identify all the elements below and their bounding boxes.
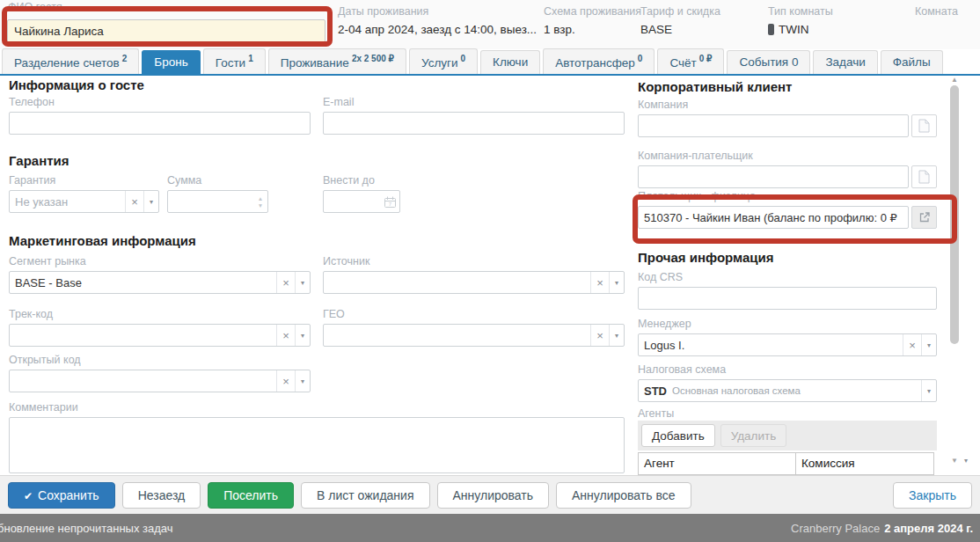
vertical-scrollbar[interactable]: ▲ ▼ (949, 76, 961, 472)
segment-group: Сегмент рынка BASE - Base × ▾ (9, 255, 311, 294)
tariff-label: Тариф и скидка (640, 5, 720, 18)
tab-label: Гости (216, 55, 245, 69)
chevron-down-icon[interactable]: ▾ (295, 325, 310, 346)
company-profile-button[interactable] (911, 114, 937, 137)
tab-label: Ключи (493, 55, 528, 69)
clear-icon[interactable]: × (590, 325, 609, 346)
check-in-button[interactable]: Поселить (208, 482, 294, 509)
source-label: Источник (323, 255, 625, 267)
payer-company-group: Компания-плательщик (638, 150, 937, 188)
email-input[interactable] (323, 112, 625, 135)
tab-badge: 0 ₽ (699, 54, 713, 63)
check-icon: ✔ (24, 490, 33, 502)
comments-textarea[interactable] (9, 417, 625, 473)
dates-label: Даты проживания (338, 5, 537, 18)
chevron-down-icon[interactable]: ▾ (964, 457, 968, 465)
calendar-icon[interactable]: 7 (380, 191, 399, 212)
open-code-label: Открытый код (9, 354, 311, 366)
tab-keys[interactable]: Ключи (480, 50, 540, 74)
room-type-label: Тип комнаты (768, 5, 833, 18)
amount-value (168, 191, 253, 212)
document-icon (918, 170, 930, 184)
chevron-down-icon[interactable]: ▾ (295, 272, 310, 293)
section-guest-info: Информация о госте (9, 77, 144, 92)
stepper-arrows-icon[interactable]: ▲ ▼ (253, 191, 267, 212)
email-label: E-mail (323, 96, 625, 108)
chevron-down-icon[interactable]: ▾ (609, 272, 624, 293)
current-date: 2 апреля 2024 г. (884, 522, 973, 535)
save-button[interactable]: ✔Сохранить (8, 482, 115, 509)
track-code-select[interactable]: × ▾ (9, 324, 311, 347)
step-down-icon[interactable]: ▼ (258, 202, 263, 209)
tab-files[interactable]: Файлы (881, 50, 943, 74)
no-show-button[interactable]: Незаезд (122, 482, 201, 509)
annotation-highlight-payer (633, 194, 957, 244)
cancel-all-button[interactable]: Аннулировать все (556, 482, 691, 509)
tab-label: Разделение счетов (14, 55, 120, 69)
section-guarantee: Гарантия (9, 153, 69, 168)
tab-badge: 1 (248, 54, 253, 63)
geo-group: ГЕО × ▾ (323, 308, 625, 347)
email-group: E-mail (323, 96, 625, 135)
clear-icon[interactable]: × (903, 334, 921, 355)
chevron-down-icon[interactable]: ▾ (609, 325, 624, 346)
track-code-label: Трек-код (9, 308, 311, 320)
source-select[interactable]: × ▾ (323, 271, 625, 294)
clear-icon[interactable]: × (590, 272, 609, 293)
tab-label: Бронь (154, 55, 187, 69)
crs-input[interactable] (638, 287, 937, 310)
tax-scheme-select[interactable]: STD Основная налоговая схема ▾ (638, 379, 937, 402)
clear-icon[interactable]: × (276, 272, 295, 293)
source-group: Источник × ▾ (323, 255, 625, 294)
payer-company-label: Компания-плательщик (638, 150, 937, 162)
scroll-up-icon[interactable]: ▲ (951, 76, 958, 84)
section-marketing: Маркетинговая информация (9, 233, 196, 248)
open-code-select[interactable]: × ▾ (9, 370, 311, 392)
tab-stay[interactable]: Проживание2x 2 500 ₽ (268, 48, 406, 75)
tab-label: Услуги (421, 55, 458, 69)
chevron-down-icon[interactable]: ▾ (921, 380, 936, 401)
section-corporate: Корпоративный клиент (638, 79, 792, 94)
agents-column-agent: Агент (638, 452, 796, 475)
scroll-down-icon[interactable]: ▼ (951, 457, 958, 465)
guarantee-select[interactable]: Не указан × ▾ (9, 190, 159, 213)
tab-split-accounts[interactable]: Разделение счетов2 (2, 48, 139, 75)
payer-company-profile-button[interactable] (911, 165, 937, 188)
comments-label: Комментарии (9, 401, 625, 414)
manager-group: Менеджер Logus I. × ▾ (638, 318, 937, 356)
delete-agent-button[interactable]: Удалить (720, 424, 787, 447)
step-up-icon[interactable]: ▲ (258, 195, 263, 201)
tab-events[interactable]: События 0 (727, 50, 810, 74)
clear-icon[interactable]: × (276, 370, 295, 392)
tab-booking[interactable]: Бронь (142, 50, 200, 74)
manager-select[interactable]: Logus I. × ▾ (638, 333, 937, 356)
phone-label: Телефон (9, 96, 311, 108)
chevron-down-icon[interactable]: ▾ (921, 334, 936, 355)
agents-column-commission: Комиссия (796, 452, 934, 475)
tax-scheme-code: STD (644, 385, 667, 398)
tab-transfer[interactable]: Автотрансфер0 (543, 48, 655, 75)
segment-select[interactable]: BASE - Base × ▾ (9, 271, 311, 294)
close-button[interactable]: Закрыть (893, 482, 972, 509)
tab-invoice[interactable]: Счёт0 ₽ (657, 48, 724, 75)
phone-group: Телефон (9, 96, 311, 135)
payer-company-input[interactable] (638, 165, 909, 188)
amount-stepper[interactable]: ▲ ▼ (167, 190, 268, 213)
clear-icon[interactable]: × (276, 325, 295, 346)
add-agent-button[interactable]: Добавить (641, 424, 715, 447)
company-label: Компания (638, 99, 937, 111)
tab-services[interactable]: Услуги0 (409, 48, 478, 75)
waitlist-button[interactable]: В лист ожидания (301, 482, 429, 509)
due-date-input[interactable]: 7 (323, 190, 400, 213)
document-icon (918, 119, 930, 133)
clear-icon[interactable]: × (125, 191, 143, 212)
cancel-button[interactable]: Аннулировать (437, 482, 550, 509)
tab-guests[interactable]: Гости1 (203, 48, 266, 75)
chevron-down-icon[interactable]: ▾ (143, 191, 158, 212)
phone-input[interactable] (9, 112, 311, 135)
dates-value: 2-04 апр 2024, заезд с 14:00, выез... (338, 23, 537, 36)
geo-select[interactable]: × ▾ (323, 324, 625, 347)
chevron-down-icon[interactable]: ▾ (295, 370, 310, 392)
company-input[interactable] (638, 114, 909, 137)
tab-tasks[interactable]: Задачи (813, 50, 877, 74)
